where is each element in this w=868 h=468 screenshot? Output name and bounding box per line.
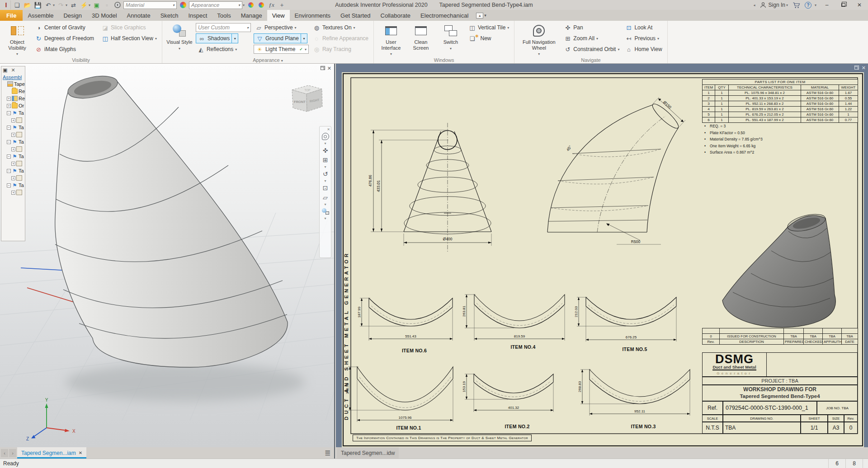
ground-plane-toggle[interactable]: ▽Ground Plane▾ [254, 33, 309, 43]
new-window-button[interactable]: ❏✱New [467, 33, 510, 43]
browser-tree-item[interactable]: + [1, 117, 25, 124]
browser-tree-item[interactable]: −⚑Ta [1, 182, 25, 189]
viewcube-top-label[interactable]: TOP [304, 89, 310, 92]
sign-in-dropdown[interactable]: ▾ [786, 3, 788, 7]
navbar-perspective-icon[interactable]: ▱ [321, 193, 330, 202]
ribbon-tab-view[interactable]: View [267, 10, 290, 21]
sign-in-button[interactable]: Sign In ▾ [760, 2, 788, 8]
dimension-label[interactable]: 45° [566, 145, 573, 152]
zoom-all-button[interactable]: ⊞Zoom All▾ [562, 33, 621, 43]
open-file-button[interactable]: 📂 [23, 1, 32, 9]
doc-close-icon[interactable]: ✕ [327, 66, 331, 71]
iso-shaded-view[interactable] [722, 211, 835, 328]
browser-tree-item[interactable]: Re [1, 88, 25, 95]
navbar-wheel-icon[interactable] [321, 132, 330, 141]
help-icon[interactable]: ? [805, 2, 811, 9]
save-button[interactable]: 💾 [33, 1, 42, 9]
tabbar-menu-icon[interactable]: ☰ [325, 449, 330, 457]
reflections-button[interactable]: ◭Reflections▾ [196, 44, 251, 54]
item-label[interactable]: ITEM NO.2 [505, 424, 529, 429]
ribbon-tab-design[interactable]: Design [58, 10, 86, 21]
undo-button[interactable]: ↶ [44, 1, 52, 9]
drawing-sheet[interactable]: DUCT AND SHEET METAL GENERATOR [342, 72, 864, 447]
navbar-zoom-dropdown[interactable]: ▾ [321, 165, 330, 169]
tree-expander-icon[interactable]: − [7, 111, 11, 115]
item-flat-pattern-view[interactable]: 1075.96348.78ITEM NO.1 [345, 367, 453, 431]
tab-scroll-left[interactable]: ‹ [1, 449, 8, 457]
browser-tree-item[interactable]: +Re [1, 95, 25, 102]
redo-button[interactable]: ↷ [57, 1, 65, 9]
half-section-view-button[interactable]: ◫Half Section View▾ [100, 33, 158, 43]
parts-list[interactable]: PARTS LIST FOR ONE ITEMITEMQTYTECHNICAL … [702, 79, 858, 123]
ribbon-tab-3d-model[interactable]: 3D Model [87, 10, 122, 21]
tree-expander-icon[interactable]: + [11, 162, 15, 166]
tab-assembly-document[interactable]: Tapered Segmen...iam✕ [17, 447, 86, 459]
new-file-button[interactable]: ❏ [13, 1, 21, 9]
tree-expander-icon[interactable]: − [7, 183, 11, 187]
target-icon[interactable] [113, 1, 122, 9]
doc-restore-icon[interactable] [321, 67, 324, 70]
dimension-label[interactable]: 268.83 [578, 381, 582, 392]
revision-table[interactable]: 0ISSUED FOR CONSTRUCTIONTBATBATBATBARev.… [702, 328, 858, 345]
tree-expander-icon[interactable]: − [7, 140, 11, 144]
browser-tree-item[interactable]: +Or [1, 102, 25, 109]
navbar-perspective-dropdown[interactable]: ▾ [321, 202, 330, 206]
browser-model-icon[interactable]: ▣ [3, 67, 7, 73]
browser-tree-item[interactable]: + [1, 189, 25, 196]
tab-drawing-document[interactable]: Tapered Segmen...idw [337, 447, 399, 459]
shadows-toggle[interactable]: ∞Shadows▾ [196, 33, 251, 43]
tree-expander-icon[interactable]: + [7, 104, 11, 108]
item-label[interactable]: ITEM NO.3 [631, 424, 656, 429]
ribbon-tab-tools[interactable]: Tools [212, 10, 236, 21]
dimension-label[interactable]: 263.81 [462, 305, 466, 317]
visual-style-button[interactable]: Visual Style▾ [166, 22, 193, 56]
navbar-wheel-dropdown[interactable]: ▾ [321, 141, 330, 145]
ribbon-display-toggle[interactable]: ▴▾ [476, 10, 486, 21]
browser-tree-item[interactable]: −⚑Ta [1, 153, 25, 160]
dimension-label[interactable]: 819.59 [514, 334, 525, 338]
browser-tree-item[interactable]: + [1, 145, 25, 153]
browser-tree-item[interactable]: −⚑Ta [1, 124, 25, 131]
tree-expander-icon[interactable]: + [11, 133, 15, 137]
parameters-fx-button[interactable]: ƒx [267, 1, 276, 9]
tree-expander-icon[interactable]: + [11, 176, 15, 180]
dimension-label[interactable]: Ø400 [443, 237, 453, 241]
vertical-tile-button[interactable]: ◫Vertical Tile▾ [467, 23, 510, 33]
item-flat-pattern-view[interactable]: 676.25212.03ITEM NO.5 [574, 297, 676, 352]
browser-tree-item[interactable]: −⚑Ta [1, 167, 25, 174]
navbar-close-icon[interactable]: ✕ [327, 127, 330, 131]
dimension-label[interactable]: R500 [631, 239, 641, 244]
imate-glyphs-button[interactable]: ⊘iMate Glyphs [33, 44, 95, 54]
ribbon-tab-manage[interactable]: Manage [236, 10, 267, 21]
pan-button[interactable]: ✜Pan [562, 23, 621, 33]
ribbon-tab-environments[interactable]: Environments [290, 10, 335, 21]
drawing-canvas[interactable]: ✕ DUCT AND SHEET METAL GENERATOR [336, 64, 868, 447]
viewcube-front-label[interactable]: FRONT [294, 100, 306, 104]
item-label[interactable]: ITEM NO.5 [622, 346, 647, 352]
doc-restore-icon[interactable] [854, 66, 858, 70]
center-of-gravity-button[interactable]: ◑Center of Gravity [33, 23, 95, 33]
tree-expander-icon[interactable]: + [11, 147, 15, 151]
tab-close-icon[interactable]: ✕ [79, 450, 82, 455]
item-label[interactable]: ITEM NO.1 [396, 425, 421, 431]
validate-button[interactable]: ▣ [92, 1, 101, 9]
tree-expander-icon[interactable]: − [7, 169, 11, 173]
navbar-style-dropdown[interactable]: ▾ [321, 216, 330, 220]
dimension-label[interactable]: Ø150 [662, 100, 672, 110]
close-button[interactable]: ✕ [854, 1, 865, 9]
color-wheel-icon[interactable] [179, 1, 187, 9]
add-qat-button[interactable]: ＋ [278, 1, 286, 9]
navbar-orbit-icon[interactable]: ↺ [321, 169, 330, 178]
item-flat-pattern-view[interactable]: 401.32153.19ITEM NO.2 [462, 374, 553, 429]
ilogic-dropdown[interactable]: ▾ [89, 3, 90, 7]
help-dropdown[interactable]: ▾ [815, 3, 816, 7]
shadows-dropdown[interactable]: ▾ [232, 33, 238, 43]
navbar-zoom-icon[interactable]: ⊞ [321, 155, 330, 164]
item-flat-pattern-view[interactable]: 551.43187.99ITEM NO.6 [357, 298, 453, 353]
degrees-of-freedom-button[interactable]: ↻Degrees of Freedom [33, 33, 95, 43]
dimension-label[interactable]: 676.25 [626, 335, 637, 339]
tree-expander-icon[interactable]: − [7, 154, 11, 159]
dimension-label[interactable]: 476.86 [368, 175, 373, 187]
tree-expander-icon[interactable]: − [7, 126, 11, 130]
browser-tree-item[interactable]: + [1, 160, 25, 167]
